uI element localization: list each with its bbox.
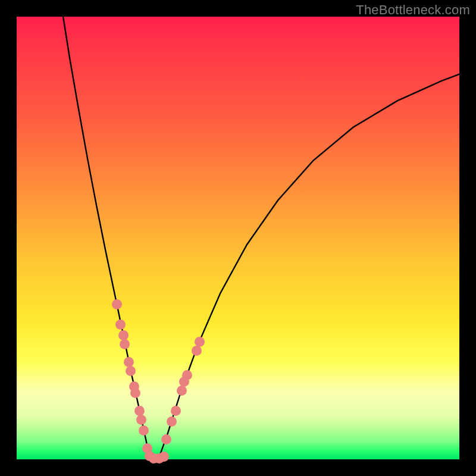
data-marker [171, 406, 181, 416]
data-marker [120, 339, 130, 349]
data-marker [182, 370, 192, 380]
data-marker [130, 388, 140, 398]
data-marker [134, 406, 145, 416]
plot-area [17, 17, 459, 459]
data-marker [192, 346, 202, 356]
bottleneck-curve [17, 17, 459, 459]
data-marker [161, 434, 171, 444]
data-marker [195, 337, 205, 347]
data-marker [136, 415, 146, 425]
data-marker [159, 452, 169, 462]
data-marker [139, 425, 149, 436]
watermark-text: TheBottleneck.com [356, 2, 470, 18]
data-marker [112, 299, 122, 309]
curve-path [63, 17, 459, 459]
chart-frame: TheBottleneck.com [0, 0, 476, 476]
data-marker [115, 320, 126, 330]
